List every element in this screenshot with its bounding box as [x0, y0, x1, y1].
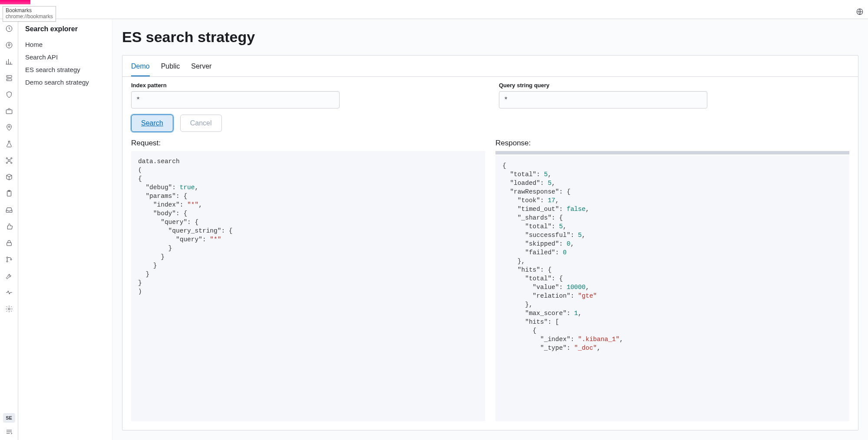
- sidebar-title: Search explorer: [25, 25, 106, 33]
- cancel-button[interactable]: Cancel: [180, 115, 222, 132]
- svg-point-12: [6, 162, 7, 164]
- svg-point-6: [7, 79, 8, 80]
- tooltip-url: chrome://bookmarks: [6, 13, 53, 20]
- svg-rect-3: [7, 76, 12, 78]
- network-icon[interactable]: [5, 156, 13, 165]
- search-button[interactable]: Search: [131, 115, 173, 132]
- wrench-icon[interactable]: [5, 272, 13, 280]
- briefcase-icon[interactable]: [5, 107, 13, 115]
- main-content: ES search strategy DemoPublicServer Inde…: [112, 19, 868, 440]
- bookmarks-tooltip: Bookmarks chrome://bookmarks: [3, 6, 56, 22]
- sidebar-item-1[interactable]: Search API: [25, 51, 106, 63]
- sidebar-item-0[interactable]: Home: [25, 38, 106, 51]
- extensions-icon[interactable]: [856, 8, 864, 16]
- heart-rate-icon[interactable]: [5, 288, 13, 297]
- svg-point-8: [8, 126, 10, 128]
- tab-active-indicator: [0, 0, 30, 4]
- scrollbar-horizontal[interactable]: [495, 151, 849, 154]
- tab-demo[interactable]: Demo: [131, 62, 150, 76]
- index-pattern-label: Index pattern: [131, 82, 482, 89]
- clock-icon[interactable]: [5, 24, 13, 33]
- shield-icon[interactable]: [5, 90, 13, 99]
- server-icon[interactable]: [5, 74, 13, 82]
- svg-point-19: [10, 259, 12, 260]
- tabs: DemoPublicServer: [122, 56, 858, 77]
- compass-icon[interactable]: [5, 41, 13, 49]
- sidebar: Search explorer HomeSearch APIES search …: [18, 19, 112, 440]
- svg-point-18: [7, 261, 8, 262]
- collapse-nav-icon[interactable]: [5, 428, 13, 437]
- browser-chrome: Bookmarks chrome://bookmarks: [0, 0, 868, 19]
- app-badge[interactable]: SE: [3, 413, 15, 423]
- index-pattern-input[interactable]: [131, 91, 340, 108]
- tab-public[interactable]: Public: [161, 62, 180, 76]
- svg-point-5: [7, 76, 8, 77]
- nav-rail: SE: [0, 19, 18, 440]
- pin-icon[interactable]: [5, 123, 13, 132]
- svg-point-10: [6, 158, 7, 159]
- sidebar-item-3[interactable]: Demo search strategy: [25, 76, 106, 89]
- svg-rect-7: [6, 110, 12, 114]
- gear-icon[interactable]: [5, 305, 13, 313]
- tab-server[interactable]: Server: [191, 62, 211, 76]
- query-string-label: Query string query: [499, 82, 849, 89]
- page-title: ES search strategy: [112, 19, 868, 55]
- svg-point-20: [8, 308, 10, 310]
- content-panel: DemoPublicServer Index pattern Query str…: [122, 55, 858, 430]
- tooltip-title: Bookmarks: [6, 7, 53, 13]
- svg-point-2: [6, 42, 12, 48]
- response-title: Response:: [495, 139, 849, 148]
- svg-point-17: [7, 257, 8, 258]
- lock-icon[interactable]: [5, 239, 13, 247]
- sidebar-item-2[interactable]: ES search strategy: [25, 63, 106, 76]
- inbox-icon[interactable]: [5, 206, 13, 214]
- svg-rect-16: [7, 243, 11, 246]
- svg-rect-4: [7, 79, 12, 81]
- request-title: Request:: [131, 139, 485, 148]
- query-string-input[interactable]: [499, 91, 707, 108]
- package-icon[interactable]: [5, 173, 13, 181]
- git-icon[interactable]: [5, 255, 13, 264]
- clipboard-icon[interactable]: [5, 189, 13, 198]
- svg-point-11: [10, 158, 12, 159]
- chart-icon[interactable]: [5, 57, 13, 66]
- thumbs-up-icon[interactable]: [5, 222, 13, 231]
- svg-point-13: [10, 162, 12, 164]
- response-code[interactable]: { "total": 5, "loaded": 5, "rawResponse"…: [495, 155, 849, 421]
- flask-icon[interactable]: [5, 140, 13, 148]
- request-code[interactable]: data.search ( { "debug": true, "params":…: [131, 151, 485, 421]
